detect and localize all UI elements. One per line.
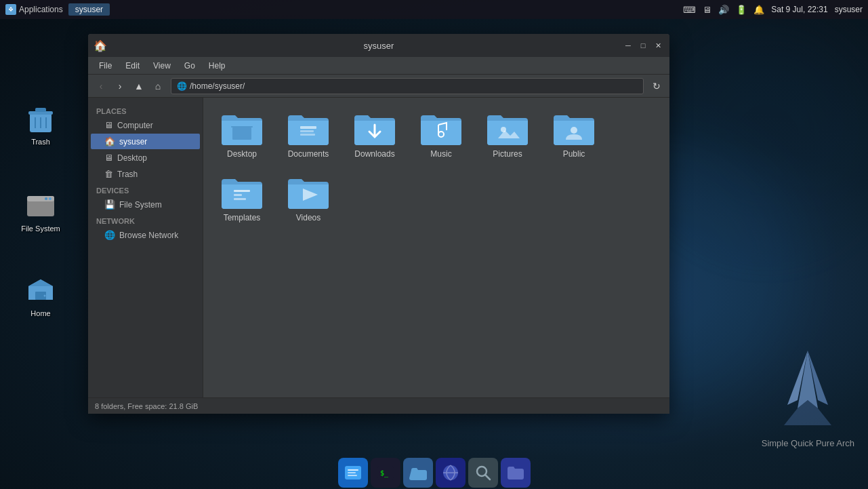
- applications-menu[interactable]: ❖ Applications: [5, 4, 63, 15]
- videos-folder-item[interactable]: Videos: [278, 170, 339, 228]
- window-minimize-button[interactable]: ─: [622, 39, 634, 52]
- filesystem-sidebar-icon: 💾: [104, 199, 115, 210]
- svg-point-18: [571, 127, 577, 134]
- forward-button[interactable]: ›: [111, 77, 129, 95]
- desktop-icon-home[interactable]: Home: [14, 271, 68, 320]
- arch-logo-svg: [767, 347, 848, 435]
- music-folder-item[interactable]: Music: [411, 106, 472, 164]
- svg-rect-21: [234, 198, 246, 200]
- desktop-folder-icon: [220, 111, 264, 146]
- menu-file[interactable]: File: [92, 60, 119, 72]
- svg-rect-26: [348, 475, 357, 476]
- back-button[interactable]: ‹: [92, 77, 110, 95]
- sidebar-item-browse-network-label: Browse Network: [119, 231, 178, 240]
- status-text: 8 folders, Free space: 21.8 GiB: [95, 402, 198, 410]
- svg-rect-25: [348, 472, 356, 473]
- menubar: File Edit View Go Help: [88, 57, 669, 75]
- svg-rect-15: [300, 130, 314, 132]
- taskbar-app-search[interactable]: [468, 458, 498, 488]
- public-folder-icon: [552, 111, 596, 146]
- taskbar-app-browser[interactable]: [436, 458, 466, 488]
- app-menu-icon: ❖: [5, 4, 16, 15]
- taskbar-bottom: $_: [0, 456, 868, 489]
- menu-edit[interactable]: Edit: [119, 60, 146, 72]
- svg-rect-16: [300, 134, 315, 136]
- taskbar-app-terminal[interactable]: $_: [371, 458, 400, 488]
- network-section-label: Network: [88, 213, 203, 227]
- sidebar-item-filesystem-label: File System: [119, 200, 162, 210]
- applications-label: Applications: [19, 5, 63, 14]
- taskbar-app-thunar[interactable]: [403, 458, 433, 488]
- svg-line-31: [485, 475, 490, 480]
- home-button[interactable]: ⌂: [149, 77, 167, 95]
- svg-rect-14: [300, 126, 316, 129]
- sidebar-item-browse-network[interactable]: 🌐 Browse Network: [91, 227, 200, 243]
- videos-folder-label: Videos: [296, 213, 321, 222]
- refresh-button[interactable]: ↻: [648, 77, 665, 95]
- sidebar-item-sysuser[interactable]: 🏠 sysuser: [91, 134, 200, 149]
- address-bar[interactable]: 🌐 /home/sysuser/: [171, 78, 644, 94]
- downloads-folder-icon: [353, 111, 396, 146]
- templates-folder-label: Templates: [224, 213, 261, 222]
- filesystem-icon-label: File System: [21, 224, 60, 233]
- sidebar: Places 🖥 Computer 🏠 sysuser 🖥 Desktop 🗑 …: [88, 98, 203, 397]
- templates-folder-item[interactable]: Templates: [211, 170, 272, 228]
- menu-go[interactable]: Go: [178, 60, 202, 72]
- taskbar-app-files[interactable]: [338, 458, 368, 488]
- sidebar-item-trash[interactable]: 🗑 Trash: [91, 166, 200, 182]
- window-controls: ─ □ ✕: [622, 39, 664, 52]
- public-folder-item[interactable]: Public: [543, 106, 604, 164]
- network-tray-icon[interactable]: 🖥: [703, 5, 711, 15]
- menu-help[interactable]: Help: [202, 60, 232, 72]
- svg-text:$_: $_: [380, 469, 389, 477]
- notification-tray-icon[interactable]: 🔔: [753, 5, 764, 15]
- desktop-folder-item[interactable]: Desktop: [211, 106, 272, 164]
- datetime-display: Sat 9 Jul, 22:31: [771, 5, 827, 14]
- home-icon: [24, 274, 57, 307]
- svg-point-9: [45, 197, 47, 200]
- documents-folder-item[interactable]: Documents: [278, 106, 339, 164]
- computer-icon: 🖥: [104, 120, 113, 130]
- pictures-folder-item[interactable]: Pictures: [477, 106, 538, 164]
- sidebar-item-desktop[interactable]: 🖥 Desktop: [91, 150, 200, 165]
- home-icon-label: Home: [30, 309, 50, 317]
- up-button[interactable]: ▲: [130, 77, 148, 95]
- svg-rect-12: [232, 128, 251, 140]
- file-manager-window: 🏠 sysuser ─ □ ✕ File Edit View Go Help ‹…: [88, 34, 669, 414]
- arch-logo-text: Simple Quick Pure Arch: [762, 438, 854, 448]
- svg-point-8: [49, 197, 51, 200]
- menu-view[interactable]: View: [146, 60, 178, 72]
- browser-app-icon: [441, 463, 460, 482]
- statusbar: 8 folders, Free space: 21.8 GiB: [88, 397, 669, 414]
- svg-rect-24: [348, 469, 358, 471]
- window-maximize-button[interactable]: □: [637, 39, 649, 52]
- templates-folder-icon: [220, 175, 264, 210]
- window-titlebar: 🏠 sysuser ─ □ ✕: [88, 34, 669, 57]
- places-section-label: Places: [88, 103, 203, 117]
- desktop-sidebar-icon: 🖥: [104, 153, 113, 163]
- terminal-app-icon: $_: [376, 463, 395, 482]
- battery-tray-icon[interactable]: 🔋: [736, 5, 747, 15]
- svg-rect-2: [35, 108, 46, 112]
- folder-grid: Desktop Documents: [211, 106, 661, 389]
- window-close-button[interactable]: ✕: [652, 39, 664, 52]
- sysuser-icon: 🏠: [104, 136, 115, 146]
- public-folder-label: Public: [563, 149, 585, 159]
- taskbar-app-folder[interactable]: [501, 458, 531, 488]
- window-body: Places 🖥 Computer 🏠 sysuser 🖥 Desktop 🗑 …: [88, 98, 669, 397]
- sidebar-item-filesystem[interactable]: 💾 File System: [91, 197, 200, 212]
- filesystem-icon-svg: [24, 189, 57, 222]
- desktop-icon-trash[interactable]: Trash: [14, 100, 68, 149]
- address-bar-icon: 🌐: [177, 81, 187, 91]
- search-app-icon: [474, 463, 493, 482]
- desktop-folder-label: Desktop: [227, 149, 257, 159]
- devices-section-label: Devices: [88, 182, 203, 196]
- sidebar-item-computer[interactable]: 🖥 Computer: [91, 117, 200, 133]
- active-app-label[interactable]: sysuser: [68, 3, 110, 16]
- downloads-folder-item[interactable]: Downloads: [344, 106, 405, 164]
- desktop-icon-filesystem[interactable]: File System: [14, 187, 68, 235]
- trash-icon: [24, 102, 57, 135]
- volume-tray-icon[interactable]: 🔊: [718, 5, 729, 15]
- username-display: sysuser: [835, 5, 863, 14]
- keyboard-tray-icon[interactable]: ⌨: [683, 5, 696, 15]
